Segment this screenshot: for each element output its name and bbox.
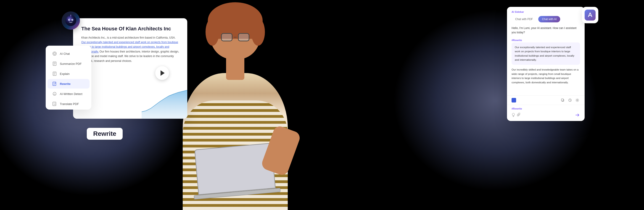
doc-body-text-1: Khan Architects Inc., is a mid-sized arc… xyxy=(81,36,176,39)
chat-panel: AI Sidebar Chat with PDF Chat with AI He… xyxy=(507,7,584,121)
play-triangle-icon xyxy=(160,70,165,76)
attachment-icon[interactable] xyxy=(517,113,521,118)
chat-greeting: Hello, I'm Lumi, your AI assistant. How … xyxy=(512,26,580,35)
svg-point-4 xyxy=(72,20,73,20)
ai-sidebar-label: AI Sidebar xyxy=(512,10,580,13)
rewrite-tag-1: #Rewrite xyxy=(512,38,580,42)
svg-point-3 xyxy=(69,20,70,20)
copy-icon[interactable] xyxy=(560,98,566,103)
svg-point-9 xyxy=(54,53,56,54)
svg-rect-23 xyxy=(561,99,564,101)
sidebar-item-translate-pdf[interactable]: Translate PDF xyxy=(48,99,90,109)
clock-icon[interactable] xyxy=(567,98,573,103)
explain-icon xyxy=(52,71,57,76)
svg-point-8 xyxy=(53,52,56,56)
sidebar-panel: AI Chat Summarize PDF Explain xyxy=(46,46,91,110)
doc-title: The Sea House Of Klan Architects Inc xyxy=(81,26,179,32)
tab-chat-pdf[interactable]: Chat with PDF xyxy=(512,16,536,22)
chat-actions-bar xyxy=(507,96,584,105)
tab-chat-ai[interactable]: Chat with AI xyxy=(538,16,560,22)
doc-chart xyxy=(142,89,187,119)
sidebar-label-ai-chat: AI Chat xyxy=(60,52,70,56)
ai-chat-icon xyxy=(52,51,57,56)
svg-point-0 xyxy=(65,15,76,26)
svg-text:AI: AI xyxy=(54,93,56,95)
chat-response: Our incredibly skilled and knowledgeable… xyxy=(512,68,580,85)
chat-tabs: Chat with PDF Chat with AI xyxy=(512,16,580,22)
rewrite-tag-2: #Rewrite xyxy=(512,107,580,110)
robot-icon xyxy=(62,12,80,30)
chat-body: Hello, I'm Lumi, your AI assistant. How … xyxy=(507,26,584,96)
doc-body: Khan Architects Inc., is a mid-sized arc… xyxy=(81,36,179,63)
sidebar-label-translate-pdf: Translate PDF xyxy=(60,102,79,106)
sidebar-item-summarize-pdf[interactable]: Summarize PDF xyxy=(48,59,90,68)
chat-footer: #Rewrite xyxy=(507,105,584,121)
app-logo-icon xyxy=(584,10,596,20)
chat-header: AI Sidebar Chat with PDF Chat with AI xyxy=(507,7,584,26)
rewrite-floating-bubble: Rewrite xyxy=(87,128,123,140)
send-button[interactable] xyxy=(574,112,580,118)
sidebar-item-explain[interactable]: Explain xyxy=(48,69,90,78)
rewrite-bubble-label: Rewrite xyxy=(93,130,116,137)
sidebar-label-explain: Explain xyxy=(60,72,70,76)
translate-pdf-icon xyxy=(52,101,57,106)
svg-marker-7 xyxy=(142,90,187,119)
sidebar-item-ai-chat[interactable]: AI Chat xyxy=(48,49,90,58)
chat-bubble: Our exceptionally talented and experienc… xyxy=(512,42,580,65)
sidebar-label-summarize-pdf: Summarize PDF xyxy=(60,62,82,66)
sidebar-label-rewrite: Rewrite xyxy=(60,82,70,86)
summarize-pdf-icon xyxy=(52,61,57,66)
app-logo xyxy=(582,7,598,23)
settings-icon[interactable] xyxy=(574,98,580,103)
ai-written-detect-icon: AI xyxy=(52,91,57,96)
video-play-button[interactable] xyxy=(155,66,169,80)
chat-input-row xyxy=(512,112,580,118)
blue-square-icon xyxy=(512,98,516,102)
rewrite-icon xyxy=(52,81,57,86)
svg-point-25 xyxy=(577,100,578,101)
sidebar-item-rewrite[interactable]: Rewrite xyxy=(48,79,90,88)
sidebar-label-ai-written-detect: AI-Written Detect xyxy=(60,92,82,96)
sidebar-item-ai-written-detect[interactable]: AI AI-Written Detect xyxy=(48,89,90,98)
lightbulb-icon[interactable] xyxy=(512,113,515,118)
svg-rect-21 xyxy=(53,102,56,106)
